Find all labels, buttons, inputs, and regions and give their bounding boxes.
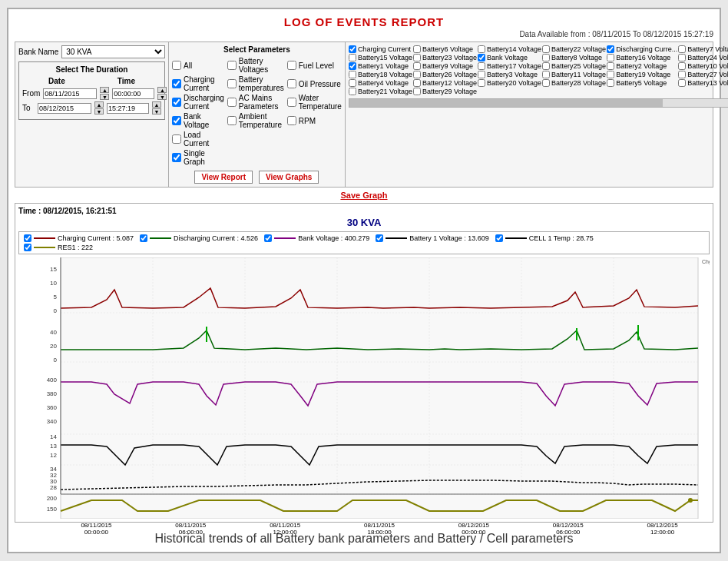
cb-bank-voltage[interactable]: Bank Voltage — [478, 54, 541, 61]
cb-battery28[interactable]: Battery28 Voltage — [542, 79, 606, 87]
cb-battery2[interactable]: Battery2 Voltage — [607, 62, 677, 70]
param-charging-current-cb[interactable] — [172, 79, 181, 88]
from-time-up[interactable]: ▲ — [157, 87, 167, 93]
from-time-input[interactable] — [112, 88, 154, 99]
param-load-current-cb[interactable] — [172, 134, 181, 144]
param-water-temp-cb[interactable] — [287, 98, 296, 107]
from-time-spin[interactable]: ▲ ▼ — [157, 87, 167, 100]
cb-battery16[interactable]: Battery16 Voltage — [607, 54, 677, 61]
param-oil-pressure-cb[interactable] — [287, 79, 296, 88]
param-fuel-level-cb[interactable] — [287, 61, 296, 70]
cb-battery12-input[interactable] — [413, 79, 421, 87]
cb-battery26[interactable]: Battery26 Voltage — [413, 71, 477, 78]
from-date-input[interactable] — [43, 88, 97, 99]
to-date-down[interactable]: ▼ — [94, 108, 104, 115]
cb-battery14-input[interactable] — [478, 45, 485, 53]
cb-battery20-input[interactable] — [478, 79, 485, 87]
param-fuel-level[interactable]: Fuel Level — [287, 57, 342, 74]
param-load-current[interactable]: Load Current — [172, 131, 224, 148]
cb-battery11-input[interactable] — [542, 71, 550, 78]
param-water-temp[interactable]: Water Temperature — [287, 94, 342, 111]
cb-battery17-input[interactable] — [478, 62, 485, 70]
param-bank-voltage-cb[interactable] — [172, 116, 181, 125]
cb-charging-current[interactable]: Charging Current — [349, 45, 412, 53]
param-battery-voltages[interactable]: Battery Voltages — [227, 57, 284, 74]
param-all[interactable]: All — [172, 57, 224, 74]
from-date-spin[interactable]: ▲ ▼ — [100, 87, 109, 100]
param-single-graph-cb[interactable] — [172, 153, 181, 162]
cb-battery7[interactable]: Battery7 Voltage — [678, 45, 728, 53]
cb-battery26-input[interactable] — [413, 71, 421, 78]
cb-battery8-input[interactable] — [542, 54, 550, 61]
legend-cell1-temp-cb[interactable] — [495, 234, 503, 242]
cb-battery15[interactable]: Battery15 Voltage — [349, 54, 412, 61]
cb-battery11[interactable]: Battery11 Voltage — [542, 71, 606, 78]
cb-battery5[interactable]: Battery5 Voltage — [607, 79, 677, 87]
param-discharging-current[interactable]: Discharging Current — [172, 94, 224, 111]
cb-battery29[interactable]: Battery29 Voltage — [413, 88, 477, 95]
cb-battery6[interactable]: Battery6 Voltage — [413, 45, 477, 53]
from-date-up[interactable]: ▲ — [100, 87, 109, 93]
cb-battery14[interactable]: Battery14 Voltage — [478, 45, 541, 53]
to-time-down[interactable]: ▼ — [152, 108, 161, 115]
to-time-up[interactable]: ▲ — [152, 101, 161, 108]
to-date-spin[interactable]: ▲ ▼ — [94, 101, 104, 115]
legend-res1-cb[interactable] — [24, 244, 31, 251]
cb-battery24[interactable]: Battery24 Voltage — [678, 54, 728, 61]
param-all-cb[interactable] — [172, 61, 181, 70]
cb-battery8[interactable]: Battery8 Voltage — [542, 54, 606, 61]
cb-discharging[interactable]: Discharging Curre... — [607, 45, 677, 53]
bank-name-select[interactable]: 30 KVA — [61, 45, 165, 58]
to-time-spin[interactable]: ▲ ▼ — [152, 101, 161, 115]
cb-battery25[interactable]: Battery25 Voltage — [542, 62, 606, 70]
param-discharging-current-cb[interactable] — [172, 98, 181, 107]
legend-battery1-voltage-cb[interactable] — [376, 234, 383, 242]
legend-bank-voltage-cb[interactable] — [264, 234, 272, 242]
cb-battery2-input[interactable] — [607, 62, 614, 70]
cb-battery9[interactable]: Battery9 Voltage — [413, 62, 477, 70]
view-graphs-button[interactable]: View Graphs — [259, 171, 319, 184]
cb-battery10[interactable]: Battery10 Voltage — [678, 62, 728, 70]
cb-battery22-input[interactable] — [542, 45, 550, 53]
param-charging-current[interactable]: Charging Current — [172, 75, 224, 92]
cb-battery27[interactable]: Battery27 Voltage — [678, 71, 728, 78]
cb-battery4[interactable]: Battery4 Voltage — [349, 79, 412, 87]
from-time-down[interactable]: ▼ — [157, 94, 167, 100]
cb-battery9-input[interactable] — [413, 62, 421, 70]
param-ac-mains[interactable]: AC Mains Parameters — [227, 94, 284, 111]
param-rpm-cb[interactable] — [287, 116, 296, 125]
to-time-input[interactable] — [107, 103, 149, 114]
cb-battery15-input[interactable] — [349, 54, 356, 61]
cb-battery17[interactable]: Battery17 Voltage — [478, 62, 541, 70]
cb-battery27-input[interactable] — [678, 71, 686, 78]
cb-bank-voltage-input[interactable] — [478, 54, 485, 61]
cb-discharging-input[interactable] — [607, 45, 614, 53]
from-date-down[interactable]: ▼ — [100, 94, 109, 100]
param-battery-temps[interactable]: Battery temperatures — [227, 75, 284, 92]
cb-battery23-input[interactable] — [413, 54, 421, 61]
cb-charging-current-input[interactable] — [349, 45, 356, 53]
cb-battery18-input[interactable] — [349, 71, 356, 78]
param-rpm[interactable]: RPM — [287, 112, 342, 129]
view-report-button[interactable]: View Report — [194, 171, 253, 184]
cb-battery24-input[interactable] — [678, 54, 686, 61]
cb-battery3[interactable]: Battery3 Voltage — [478, 71, 541, 78]
cb-battery25-input[interactable] — [542, 62, 550, 70]
cb-battery13[interactable]: Battery13 Voltage — [678, 79, 728, 87]
cb-battery18[interactable]: Battery18 Voltage — [349, 71, 412, 78]
scroll-bar[interactable] — [349, 98, 728, 108]
save-graph-button[interactable]: Save Graph — [340, 191, 387, 200]
to-date-input[interactable] — [38, 103, 91, 114]
cb-battery13-input[interactable] — [678, 79, 686, 87]
param-single-graph[interactable]: Single Graph — [172, 149, 224, 166]
param-bank-voltage[interactable]: Bank Voltage — [172, 112, 224, 129]
cb-battery7-input[interactable] — [678, 45, 686, 53]
cb-battery16-input[interactable] — [607, 54, 614, 61]
cb-battery21[interactable]: Battery21 Voltage — [349, 88, 412, 95]
cb-battery29-input[interactable] — [413, 88, 421, 95]
cb-battery20[interactable]: Battery20 Voltage — [478, 79, 541, 87]
param-battery-voltages-cb[interactable] — [227, 61, 237, 70]
param-battery-temps-cb[interactable] — [227, 79, 237, 88]
cb-battery6-input[interactable] — [413, 45, 421, 53]
cb-battery23[interactable]: Battery23 Voltage — [413, 54, 477, 61]
